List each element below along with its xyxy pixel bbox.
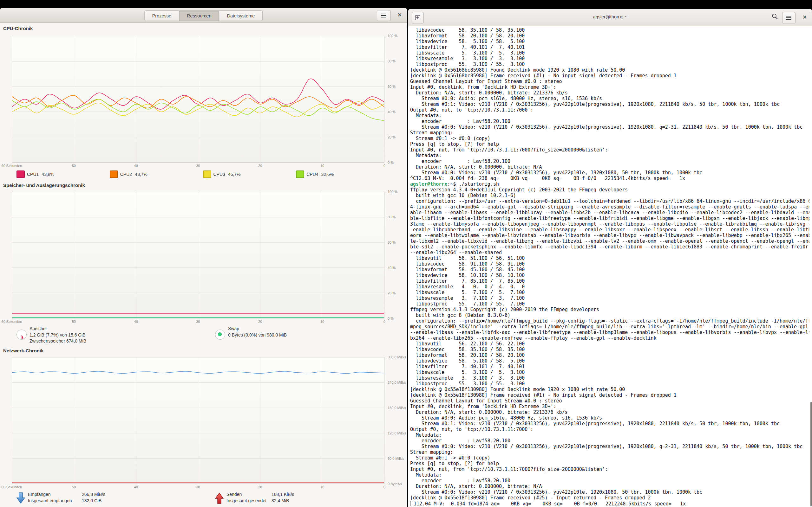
tab-dateisysteme[interactable]: Dateisysteme: [219, 10, 263, 21]
cpu-name: CPU4: [306, 172, 318, 177]
legend-row-line: Insgesamt empfangen132,0 GiB: [28, 498, 105, 504]
terminal-line: libpostproc 55. 3.100 / 55. 3.100: [410, 61, 809, 67]
terminal-line: Metadata:: [410, 472, 809, 478]
y-tick-label: 80 %: [388, 59, 396, 63]
legend-item-cpu2[interactable]: CPU243,7%: [110, 170, 148, 178]
net-label: Empfangen: [28, 492, 82, 498]
terminal-line: Metadata:: [410, 113, 809, 118]
terminal-headerbar: agsler@thorrx: ~ ✕: [408, 9, 812, 26]
cpu-history-chart: [12, 36, 385, 163]
terminal-scrollbar[interactable]: [810, 402, 812, 506]
terminal-menu-button[interactable]: [782, 12, 796, 23]
terminal-line: ffmpeg version 4.1.3 Copyright (c) 2000-…: [410, 307, 809, 313]
terminal-line: configuration: --prefix=/home/nle/ffmpeg…: [410, 318, 809, 324]
terminal-line: 4-linux-gnu --arch=amd64 --enable-gpl --…: [410, 204, 809, 210]
x-tick-label: 40: [134, 485, 138, 489]
x-tick-label: 20: [258, 164, 262, 168]
terminal-line: agsler@thorrx:~$ ./startorig.sh: [410, 181, 809, 187]
terminal-line: Duration: N/A, start: 0.000000, bitrate:…: [410, 164, 809, 170]
x-tick-label: 0: [384, 320, 386, 324]
terminal-line: eora --enable-libtwolame --enable-libvid…: [410, 233, 809, 238]
memory-history-chart: [12, 192, 385, 319]
network-y-axis-labels: 300,0 MiB/s240,0 MiB/s180,0 MiB/s120,0 M…: [388, 357, 407, 484]
terminal-line: Press [q] to stop, [?] for help: [410, 141, 809, 147]
cpu-percent: 43,8%: [42, 172, 54, 177]
x-tick-label: 10: [320, 164, 324, 168]
terminal-line: Press [q] to stop, [?] for help: [410, 461, 809, 466]
search-icon[interactable]: [771, 13, 778, 21]
legend-item-cpu3[interactable]: CPU346,7%: [203, 170, 241, 178]
terminal-line: libavcodec 58. 35.100 / 58. 35.100: [410, 27, 809, 33]
cpu-section-title: CPU-Chronik: [3, 26, 33, 31]
close-icon[interactable]: ✕: [803, 14, 807, 21]
legend-item-cpu4[interactable]: CPU432,6%: [296, 170, 334, 178]
x-tick-label: 50: [72, 164, 76, 168]
legend-value-line: 0 Bytes (0,0%) von 980,0 MiB: [228, 332, 287, 338]
view-tabs: ProzesseRessourcenDateisysteme: [144, 10, 263, 21]
y-tick-label: 60,0 MiB/s: [388, 457, 404, 460]
cpu-y-axis-labels: 100 %80 %60 %40 %20 %0 %: [388, 36, 407, 163]
y-tick-label: 20 %: [388, 291, 396, 295]
menu-button[interactable]: [377, 10, 391, 21]
terminal-line: [decklink @ 0x56168bc85980] Found Deckli…: [410, 67, 809, 73]
legend-item-cpu1[interactable]: CPU143,8%: [16, 170, 54, 178]
terminal-line: libavdevice 58. 5.100 / 58. 5.100: [410, 358, 809, 364]
x-tick-label: 0: [384, 485, 386, 489]
terminal-line: Output #0, nut, to 'tcp://10.73.1.11:700…: [410, 427, 809, 432]
y-tick-label: 60 %: [388, 84, 396, 89]
terminal-line: libavdevice 58. 10.100 / 58. 10.100: [410, 273, 809, 278]
terminal-screen[interactable]: libavcodec 58. 35.100 / 58. 35.100 libav…: [410, 26, 809, 507]
memory-section-title: Speicher- und Auslagerungschronik: [3, 182, 85, 188]
cpu-color-swatch: [16, 170, 25, 178]
y-tick-label: 240,0 MiB/s: [388, 381, 406, 384]
terminal-line: encoder : Lavf58.20.100: [410, 438, 809, 444]
memory-gauge-icon: [16, 330, 27, 340]
terminal-line: libpostproc 55. 3.100 / 55. 3.100: [410, 381, 809, 387]
memory-x-axis-labels: 60 Sekunden50403020100: [0, 320, 407, 324]
terminal-line: Input #0, decklink, from 'DeckLink HD Ex…: [410, 404, 809, 409]
terminal-line: Stream mapping:: [410, 449, 809, 455]
terminal-line: encoder : Lavf58.20.100: [410, 478, 809, 484]
x-tick-label: 60 Sekunden: [2, 320, 22, 324]
close-icon[interactable]: ✕: [397, 12, 402, 19]
terminal-line: Output #0, nut, to 'tcp://10.73.1.11:700…: [410, 107, 809, 113]
terminal-line: ble-sdl2 --enable-pocketsphinx --enable-…: [410, 244, 809, 250]
legend-item-senden[interactable]: Senden108,1 KiB/sInsgesamt gesendet32,4 …: [215, 492, 294, 505]
terminal-line: Stream #0:0: Audio: pcm_s16le, 48000 Hz,…: [410, 96, 809, 101]
y-tick-label: 100 %: [388, 34, 397, 38]
terminal-line: ffplay version 4.3.4-0+deb11u1 Copyright…: [410, 187, 809, 193]
net-label: Senden: [226, 492, 271, 498]
network-section-title: Netzwerk-Chronik: [3, 348, 44, 353]
tab-ressourcen[interactable]: Ressourcen: [179, 10, 219, 21]
tab-prozesse[interactable]: Prozesse: [144, 10, 179, 21]
net-value: 132,0 GiB: [82, 498, 101, 504]
terminal-line: Stream #0:1: Video: v210 (V210 / 0x30313…: [410, 101, 809, 107]
terminal-line: -enable-librubberband --enable-libshine …: [410, 227, 809, 233]
legend-text: Senden108,1 KiB/sInsgesamt gesendet32,4 …: [226, 492, 294, 505]
legend-item-swap[interactable]: Swap0 Bytes (0,0%) von 980,0 MiB: [215, 326, 287, 340]
terminal-line: Metadata:: [410, 153, 809, 158]
terminal-line: Duration: N/A, start: 0.000000, bitrate:…: [410, 90, 809, 96]
y-tick-label: 20 %: [388, 135, 396, 139]
cpu-x-axis-labels: 60 Sekunden50403020100: [0, 164, 407, 168]
x-tick-label: 20: [258, 320, 262, 324]
network-x-axis-labels: 60 Sekunden50403020100: [0, 485, 407, 490]
legend-row-line: Insgesamt gesendet32,4 MiB: [226, 498, 294, 504]
cpu-percent: 43,7%: [135, 172, 148, 177]
hamburger-icon: [786, 17, 792, 18]
terminal-line: configuration: --prefix=/usr --extra-ver…: [410, 199, 809, 204]
terminal-line: libavcodec 58. 35.100 / 58. 35.100: [410, 347, 809, 352]
hamburger-icon: [381, 15, 386, 16]
terminal-line: Stream #0:0: Video: v210 (V210 / 0x30313…: [410, 170, 809, 176]
legend-title: Swap: [228, 326, 287, 332]
legend-item-speicher[interactable]: Speicher1,2 GiB (7,7%) von 15,6 GiBZwisc…: [16, 326, 86, 344]
legend-item-empfangen[interactable]: Empfangen266,3 MiB/sInsgesamt empfangen1…: [16, 492, 105, 505]
terminal-line: libavformat 58. 20.100 / 58. 20.100: [410, 352, 809, 358]
legend-text: Speicher1,2 GiB (7,7%) von 15,6 GiBZwisc…: [30, 326, 86, 344]
system-monitor-headerbar: ProzesseRessourcenDateisysteme ✕: [0, 8, 407, 23]
x-tick-label: 30: [196, 320, 200, 324]
y-tick-label: 120,0 MiB/s: [388, 431, 406, 435]
terminal-line: libpostproc 55. 7.100 / 55. 7.100: [410, 301, 809, 307]
terminal-line: libavcodec 58. 91.100 / 58. 91.100: [410, 261, 809, 267]
terminal-line: libswresample 3. 3.100 / 3. 3.100: [410, 56, 809, 61]
